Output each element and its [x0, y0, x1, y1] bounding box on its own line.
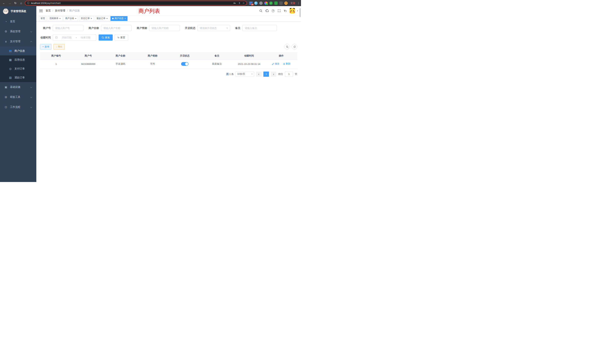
goto-page-input[interactable]: [285, 72, 293, 77]
active-dot: [112, 18, 114, 19]
breadcrumb-separator: /: [53, 9, 53, 12]
browser-reload-icon[interactable]: ↻: [13, 1, 17, 5]
dashboard-icon: ◔: [4, 20, 8, 23]
collapse-sidebar-icon[interactable]: [39, 10, 43, 12]
cell-merchant-id: 1: [40, 60, 72, 68]
site-info-icon[interactable]: ⓘ: [27, 1, 30, 5]
refresh-table-button[interactable]: [292, 44, 297, 50]
extension-gray-icon[interactable]: [259, 1, 263, 5]
date-range-separator: -: [76, 36, 76, 39]
extension-green-check-icon[interactable]: ✓: [269, 1, 273, 5]
close-icon[interactable]: ×: [59, 17, 61, 20]
full-name-input[interactable]: [103, 27, 129, 30]
add-button[interactable]: + 新增: [40, 44, 52, 50]
page-scrollbar-thumb[interactable]: [300, 8, 301, 17]
status-label: 开启状态: [185, 26, 195, 30]
sidebar-item-workflow[interactable]: ⊡ 工作流程: [0, 102, 36, 112]
chevron-down-icon: [30, 31, 32, 32]
search-icon[interactable]: [259, 9, 262, 12]
url-path: /pay/merchant: [46, 2, 61, 4]
tab-home[interactable]: 首页: [39, 16, 47, 21]
edit-button[interactable]: 修改: [272, 62, 279, 65]
sidebar-item-devtools[interactable]: ⊞ 研发工具: [0, 92, 36, 102]
page-annotation-title: 商户列表: [139, 7, 160, 15]
browser-home-icon[interactable]: ⌂: [19, 1, 23, 5]
status-toggle[interactable]: [181, 62, 189, 66]
tab-merchant-info[interactable]: 商户信息 ×: [110, 16, 128, 21]
app-title: 芋道管理系统: [11, 10, 26, 13]
col-short-name: 商户简称: [137, 52, 169, 60]
pay-submenu: ▤ 商户信息 ▦ 应用信息 ◎ 支付订单 ▥ 退款订单: [0, 46, 36, 82]
close-icon[interactable]: ×: [124, 17, 126, 20]
url-host: localhost:1024: [31, 2, 46, 4]
cell-short-name: 芋艿: [137, 60, 169, 68]
password-key-icon[interactable]: [233, 1, 236, 5]
export-button[interactable]: ↓ 导出: [53, 44, 65, 50]
address-bar[interactable]: ⓘ localhost:1024/pay/merchant ⇧ ☆: [25, 1, 247, 5]
pagination-total: 共 1 条: [226, 73, 234, 76]
sidebar-item-label: 首页: [10, 20, 15, 23]
close-icon[interactable]: ×: [106, 17, 108, 20]
tab-flow-form[interactable]: 流程表单 ×: [48, 16, 63, 21]
extension-drop-icon[interactable]: [254, 1, 258, 5]
page-size-select[interactable]: 10条/页 ▾: [236, 72, 254, 77]
avatar-caret-icon[interactable]: ▾: [297, 10, 298, 12]
close-icon[interactable]: ×: [75, 17, 76, 20]
create-time-label: 创建时间: [40, 36, 51, 39]
sidebar-item-pay[interactable]: ¥ 支付管理: [0, 36, 36, 46]
sidebar-item-infra[interactable]: ▣ 基础设施: [0, 82, 36, 92]
merchant-no-input[interactable]: [55, 27, 81, 30]
extension-green-square-icon[interactable]: [274, 1, 278, 5]
tab-refund-order[interactable]: 退款订单 ×: [95, 16, 109, 21]
sidebar-item-merchant-info[interactable]: ▤ 商户信息: [0, 46, 36, 55]
toggle-search-button[interactable]: [284, 44, 290, 50]
breadcrumb-home[interactable]: 首页: [46, 9, 51, 12]
help-icon[interactable]: ?: [272, 10, 275, 12]
fullscreen-icon[interactable]: [278, 9, 281, 12]
delete-button[interactable]: 删除: [283, 62, 290, 65]
browser-update-button[interactable]: 更新: [290, 1, 295, 5]
tab-pay-order[interactable]: 支付订单 ×: [79, 16, 94, 21]
sidebar-item-system[interactable]: ⚙ 系统管理: [0, 26, 36, 36]
browser-back-icon[interactable]: ←: [2, 1, 6, 5]
page-number-button[interactable]: 1: [263, 72, 269, 77]
calendar-icon: [55, 36, 58, 39]
create-time-range-picker[interactable]: 开始日期 - 结束日期: [53, 34, 96, 41]
short-name-input[interactable]: [152, 27, 177, 30]
breadcrumb-pay[interactable]: 支付管理: [55, 9, 65, 12]
next-page-button[interactable]: ›: [271, 72, 276, 77]
extension-colorful-icon[interactable]: [264, 1, 268, 5]
url-text: localhost:1024/pay/merchant: [31, 2, 61, 4]
extension-badge: 10: [251, 3, 254, 6]
merchant-no-label: 商户号: [40, 26, 51, 30]
col-status: 开启状态: [169, 52, 201, 60]
prev-page-button[interactable]: ‹: [256, 72, 261, 77]
sidebar-item-refund-order[interactable]: ▥ 退款订单: [0, 73, 36, 82]
browser-forward-icon[interactable]: →: [8, 1, 12, 5]
remark-input[interactable]: [245, 27, 275, 30]
chevron-up-icon: [30, 41, 32, 43]
chevron-down-icon: ▾: [251, 73, 252, 75]
sidebar-item-pay-order[interactable]: ◎ 支付订单: [0, 64, 36, 73]
sidebar-item-app-info[interactable]: ▦ 应用信息: [0, 55, 36, 64]
col-create-time: 创建时间: [233, 52, 265, 60]
extension-face-icon[interactable]: [284, 1, 288, 5]
extension-puzzle-icon[interactable]: [279, 1, 283, 5]
user-avatar[interactable]: [290, 8, 295, 13]
app-logo[interactable]: 芋道管理系统: [0, 6, 36, 17]
font-size-icon[interactable]: TT: [284, 9, 287, 12]
extension-grid-icon[interactable]: 10: [249, 1, 253, 5]
page-content: 商户号 商户全称 商户简称 开启状态 请选择开启状态 ▾: [36, 22, 301, 182]
reset-button[interactable]: ↻ 重置: [115, 34, 128, 41]
sidebar-item-home[interactable]: ◔ 首页: [0, 17, 36, 26]
status-select[interactable]: 请选择开启状态 ▾: [197, 25, 230, 31]
sidebar-item-label: 工作流程: [10, 106, 20, 109]
search-button[interactable]: 搜索: [99, 34, 113, 41]
close-icon[interactable]: ×: [91, 17, 92, 20]
browser-menu-icon[interactable]: ⋮: [297, 2, 299, 5]
github-icon[interactable]: [265, 9, 269, 12]
table-row: 1 M233666999 芋道源码 芋艿 我是备注 2021-10-23 08:…: [40, 60, 297, 68]
tab-user-group[interactable]: 用户分组 ×: [64, 16, 78, 21]
bookmark-star-icon[interactable]: ☆: [242, 2, 245, 4]
share-icon[interactable]: ⇧: [238, 2, 240, 4]
